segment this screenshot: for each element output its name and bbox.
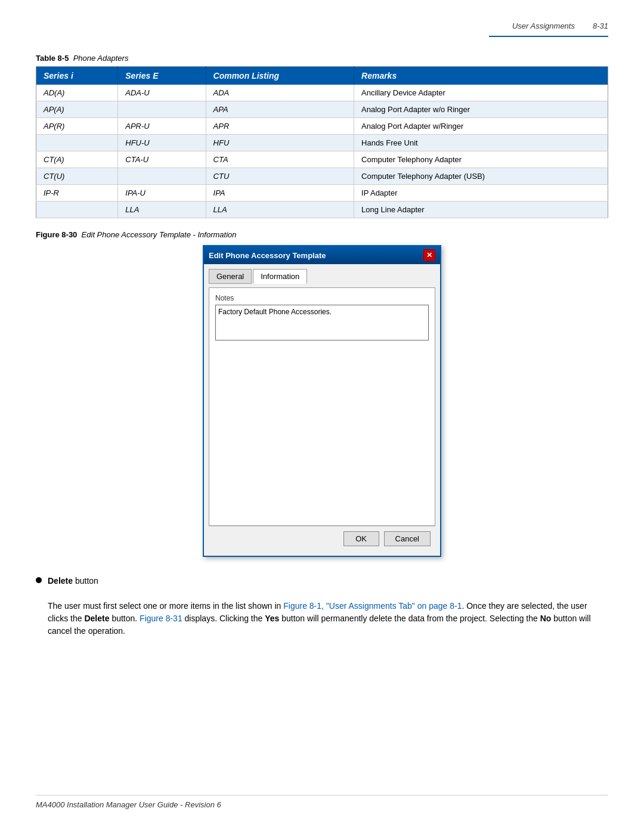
- header-border: [489, 36, 608, 37]
- page-header: User Assignments 8-31: [512, 21, 608, 30]
- table-cell-1-2: APA: [206, 101, 354, 118]
- table-cell-5-3: Computer Telephony Adapter (USB): [354, 168, 608, 185]
- table-cell-0-2: ADA: [206, 85, 354, 101]
- table-cell-3-1: HFU-U: [118, 135, 206, 151]
- table-cell-7-0: [36, 202, 118, 218]
- col-header-series-i: Series i: [36, 67, 118, 85]
- dialog-body: General Information Notes Factory Defaul…: [204, 264, 440, 556]
- table-cell-6-2: IPA: [206, 185, 354, 202]
- dialog-close-button[interactable]: ✕: [423, 249, 435, 261]
- table-header-row: Series i Series E Common Listing Remarks: [36, 67, 608, 85]
- bullet-content: Delete button The user must first select…: [48, 575, 608, 637]
- header-title: User Assignments: [512, 21, 575, 30]
- col-header-series-e: Series E: [118, 67, 206, 85]
- table-cell-4-2: CTA: [206, 151, 354, 168]
- table-row: AP(A)APAAnalog Port Adapter w/o Ringer: [36, 101, 608, 118]
- dialog-footer: OK Cancel: [209, 526, 435, 551]
- bullet-heading: Delete: [48, 576, 73, 586]
- footer-left: MA4000 Installation Manager User Guide -…: [36, 800, 221, 809]
- table-cell-1-1: [118, 101, 206, 118]
- main-content: Table 8-5 Phone Adapters Series i Series…: [36, 54, 608, 642]
- col-header-remarks: Remarks: [354, 67, 608, 85]
- table-cell-6-3: IP Adapter: [354, 185, 608, 202]
- edit-phone-accessory-dialog: Edit Phone Accessory Template ✕ General …: [203, 245, 441, 557]
- table-row: LLALLALong Line Adapter: [36, 202, 608, 218]
- dialog-content-area: Notes Factory Default Phone Accessories.: [209, 287, 435, 526]
- tab-general[interactable]: General: [209, 269, 252, 284]
- figure-caption-text: Edit Phone Accessory Template - Informat…: [82, 230, 237, 239]
- table-cell-2-0: AP(R): [36, 118, 118, 135]
- table-cell-4-1: CTA-U: [118, 151, 206, 168]
- table-row: HFU-UHFUHands Free Unit: [36, 135, 608, 151]
- table-cell-2-1: APR-U: [118, 118, 206, 135]
- table-cell-1-0: AP(A): [36, 101, 118, 118]
- table-caption-prefix: Table 8-5: [36, 54, 69, 63]
- table-row: IP-RIPA-UIPAIP Adapter: [36, 185, 608, 202]
- table-cell-0-3: Ancillary Device Adapter: [354, 85, 608, 101]
- bullet-dot: [36, 577, 42, 583]
- table-cell-4-0: CT(A): [36, 151, 118, 168]
- table-row: AP(R)APR-UAPRAnalog Port Adapter w/Ringe…: [36, 118, 608, 135]
- table-cell-7-3: Long Line Adapter: [354, 202, 608, 218]
- table-cell-7-2: LLA: [206, 202, 354, 218]
- cancel-button[interactable]: Cancel: [384, 531, 431, 546]
- dialog-titlebar: Edit Phone Accessory Template ✕: [204, 246, 440, 264]
- figure-8-31-link[interactable]: Figure 8-31: [140, 614, 182, 623]
- table-cell-3-0: [36, 135, 118, 151]
- table-row: AD(A)ADA-UADAAncillary Device Adapter: [36, 85, 608, 101]
- dialog-tabs: General Information: [209, 269, 435, 284]
- figure-8-1-link[interactable]: Figure 8-1, "User Assignments Tab" on pa…: [283, 601, 462, 611]
- table-cell-1-3: Analog Port Adapter w/o Ringer: [354, 101, 608, 118]
- table-cell-2-2: APR: [206, 118, 354, 135]
- table-cell-7-1: LLA: [118, 202, 206, 218]
- table-cell-5-0: CT(U): [36, 168, 118, 185]
- page-footer: MA4000 Installation Manager User Guide -…: [36, 795, 608, 809]
- table-cell-0-0: AD(A): [36, 85, 118, 101]
- table-row: CT(U)CTUComputer Telephony Adapter (USB): [36, 168, 608, 185]
- table-cell-2-3: Analog Port Adapter w/Ringer: [354, 118, 608, 135]
- yes-bold: Yes: [265, 614, 279, 623]
- table-cell-6-1: IPA-U: [118, 185, 206, 202]
- bullet-item-delete: Delete button The user must first select…: [36, 575, 608, 637]
- dialog-container: Edit Phone Accessory Template ✕ General …: [203, 245, 608, 557]
- bullet-section: Delete button The user must first select…: [36, 575, 608, 637]
- col-header-common-listing: Common Listing: [206, 67, 354, 85]
- table-cell-4-3: Computer Telephony Adapter: [354, 151, 608, 168]
- figure-caption-prefix: Figure 8-30: [36, 230, 77, 239]
- table-cell-3-2: HFU: [206, 135, 354, 151]
- dialog-title: Edit Phone Accessory Template: [209, 251, 326, 260]
- figure-caption: Figure 8-30 Edit Phone Accessory Templat…: [36, 230, 608, 239]
- notes-textarea[interactable]: Factory Default Phone Accessories.: [215, 305, 429, 340]
- table-cell-3-3: Hands Free Unit: [354, 135, 608, 151]
- delete-bold: Delete: [84, 614, 109, 623]
- table-cell-5-1: [118, 168, 206, 185]
- table-cell-0-1: ADA-U: [118, 85, 206, 101]
- table-caption: Table 8-5 Phone Adapters: [36, 54, 608, 63]
- table-cell-5-2: CTU: [206, 168, 354, 185]
- table-row: CT(A)CTA-UCTAComputer Telephony Adapter: [36, 151, 608, 168]
- phone-adapters-table: Series i Series E Common Listing Remarks…: [36, 66, 608, 218]
- notes-label: Notes: [215, 294, 429, 302]
- tab-information[interactable]: Information: [253, 269, 307, 284]
- table-cell-6-0: IP-R: [36, 185, 118, 202]
- header-page: 8-31: [593, 21, 608, 30]
- table-caption-text: Phone Adapters: [73, 54, 129, 63]
- ok-button[interactable]: OK: [343, 531, 379, 546]
- no-bold: No: [540, 614, 552, 623]
